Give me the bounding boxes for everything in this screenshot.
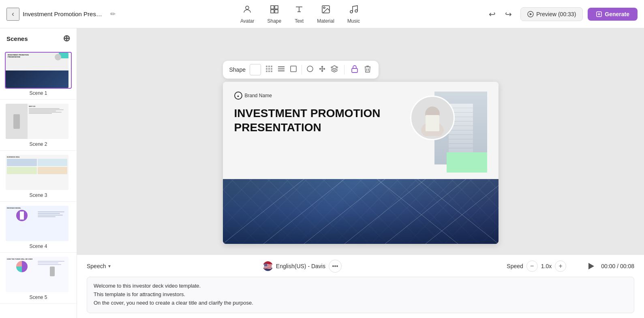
toolbar-music[interactable]: Music bbox=[347, 4, 360, 24]
canvas-area: Shape bbox=[77, 28, 644, 318]
scene-item-2[interactable]: WHY US Scene 2 bbox=[0, 100, 77, 151]
slide-top-section: Brand Name INVESTMENT PROMOTION PRESENTA… bbox=[223, 82, 499, 179]
bottom-panel: Speech ▾ 🇺🇸 English(US) - Davis ••• Spee… bbox=[77, 254, 644, 318]
svg-point-0 bbox=[246, 6, 249, 9]
svg-rect-13 bbox=[268, 66, 270, 67]
canvas-scroll[interactable]: Shape bbox=[77, 28, 644, 254]
toolbar-avatar[interactable]: Avatar bbox=[240, 4, 254, 24]
preview-button[interactable]: Preview (00:33) bbox=[520, 7, 583, 21]
generate-button[interactable]: Generate bbox=[588, 8, 638, 21]
svg-rect-14 bbox=[271, 66, 272, 67]
flag-icon: 🇺🇸 bbox=[263, 261, 273, 271]
pattern-icon[interactable] bbox=[265, 65, 273, 75]
svg-rect-16 bbox=[268, 68, 270, 70]
scene-item-3[interactable]: BUSINESS IDEA Scene 3 bbox=[0, 151, 77, 202]
scene-1-thumbnail: INVESTMENT PROMOTIONPRESENTATION bbox=[6, 53, 68, 88]
delete-icon[interactable] bbox=[363, 64, 372, 75]
speed-value: 1.0x bbox=[541, 263, 552, 269]
svg-line-33 bbox=[344, 179, 426, 244]
scene-2-left bbox=[6, 104, 28, 139]
move-icon[interactable] bbox=[318, 65, 326, 75]
brand-row: Brand Name bbox=[234, 92, 406, 100]
text-label: Text bbox=[295, 18, 304, 24]
music-label: Music bbox=[347, 18, 360, 24]
scene-4-thumbnail-wrapper: REVENUE MODEL bbox=[5, 205, 72, 242]
svg-rect-19 bbox=[268, 70, 270, 72]
shape-toolbar-container: Shape bbox=[223, 61, 499, 79]
scene-2-thumbnail-wrapper: WHY US bbox=[5, 103, 72, 140]
slide-green-rect bbox=[447, 152, 487, 173]
speech-text-line2: This template is for attracting investor… bbox=[94, 290, 627, 299]
svg-rect-12 bbox=[266, 66, 267, 67]
avatar-icon bbox=[242, 4, 252, 17]
canvas-content: Shape bbox=[223, 36, 499, 244]
speed-label: Speed bbox=[507, 263, 523, 269]
toolbar-text[interactable]: Text bbox=[294, 4, 304, 24]
speech-text-line1: Welcome to this investor deck video temp… bbox=[94, 282, 627, 290]
svg-rect-17 bbox=[271, 68, 272, 70]
speed-decrease-button[interactable]: − bbox=[526, 260, 538, 272]
speech-text-area[interactable]: Welcome to this investor deck video temp… bbox=[87, 277, 634, 313]
lines-icon[interactable] bbox=[277, 65, 285, 75]
shape-color-picker[interactable] bbox=[250, 64, 261, 75]
svg-rect-24 bbox=[291, 66, 296, 72]
redo-button[interactable]: ↪ bbox=[501, 7, 516, 21]
toolbar-center: Avatar Shape Text Mater bbox=[119, 4, 481, 24]
slide-person-circle bbox=[410, 96, 455, 140]
svg-line-35 bbox=[426, 179, 499, 244]
speed-control: Speed − 1.0x + bbox=[507, 260, 566, 272]
svg-line-30 bbox=[223, 179, 304, 244]
scene-item-5[interactable]: HOW THE FUNDS WILL BE USED bbox=[0, 253, 77, 304]
scene-item-4[interactable]: REVENUE MODEL bbox=[0, 202, 77, 253]
play-button[interactable] bbox=[586, 260, 597, 272]
shape-icon bbox=[270, 4, 279, 17]
scene-3-thumbnail: BUSINESS IDEA bbox=[6, 155, 68, 190]
svg-rect-4 bbox=[275, 10, 278, 13]
speech-dropdown[interactable]: Speech ▾ bbox=[87, 263, 111, 269]
undo-redo-group: ↩ ↪ bbox=[485, 7, 516, 21]
layers-icon[interactable] bbox=[330, 65, 338, 75]
svg-line-37 bbox=[377, 179, 458, 244]
scene-3-label: Scene 3 bbox=[5, 192, 72, 198]
slide-container[interactable]: Brand Name INVESTMENT PROMOTION PRESENTA… bbox=[223, 82, 499, 244]
svg-rect-15 bbox=[266, 68, 267, 70]
scene-4-thumbnail: REVENUE MODEL bbox=[6, 206, 68, 241]
toolbar-material[interactable]: Material bbox=[317, 4, 334, 24]
scene-2-thumbnail: WHY US bbox=[6, 104, 68, 139]
crop-icon[interactable] bbox=[289, 65, 297, 75]
brand-name-text: Brand Name bbox=[245, 93, 272, 98]
svg-line-32 bbox=[304, 179, 385, 244]
language-selector[interactable]: 🇺🇸 English(US) - Davis ••• bbox=[117, 260, 487, 273]
slide-wrapper: Brand Name INVESTMENT PROMOTION PRESENTA… bbox=[223, 82, 499, 244]
project-title: Investment Promotion Prese... bbox=[23, 11, 104, 17]
playback-control: 00:00 / 00:08 bbox=[586, 260, 634, 272]
svg-point-6 bbox=[323, 7, 325, 9]
svg-marker-10 bbox=[530, 13, 532, 15]
circle-crop-icon[interactable] bbox=[306, 65, 314, 75]
speed-increase-button[interactable]: + bbox=[555, 260, 566, 272]
speech-label: Speech bbox=[87, 263, 106, 269]
back-button[interactable]: ‹ bbox=[6, 8, 19, 21]
sidebar-header: Scenes ⊕ bbox=[0, 28, 77, 49]
slide-content-left: Brand Name INVESTMENT PROMOTION PRESENTA… bbox=[234, 92, 406, 134]
undo-button[interactable]: ↩ bbox=[485, 7, 499, 21]
slide-right-area bbox=[406, 92, 487, 173]
edit-title-icon[interactable]: ✏ bbox=[110, 10, 116, 18]
slide-main-title: INVESTMENT PROMOTION PRESENTATION bbox=[234, 106, 396, 134]
scene-1-person-circle bbox=[55, 54, 61, 60]
svg-point-25 bbox=[307, 66, 313, 72]
svg-point-8 bbox=[355, 10, 357, 12]
lock-icon[interactable] bbox=[350, 64, 359, 75]
slide-title-line2: PRESENTATION bbox=[234, 121, 321, 134]
svg-rect-1 bbox=[271, 6, 274, 9]
svg-rect-29 bbox=[426, 115, 439, 131]
time-display: 00:00 / 00:08 bbox=[601, 263, 634, 269]
toolbar-shape[interactable]: Shape bbox=[267, 4, 281, 24]
svg-rect-2 bbox=[275, 6, 278, 9]
add-scene-button[interactable]: ⊕ bbox=[63, 33, 70, 44]
language-more-button[interactable]: ••• bbox=[329, 260, 342, 273]
top-bar: ‹ Investment Promotion Prese... ✏ Avatar… bbox=[0, 0, 644, 28]
scene-item-1[interactable]: INVESTMENT PROMOTIONPRESENTATION Scene 1 bbox=[0, 49, 77, 100]
scene-1-label: Scene 1 bbox=[5, 90, 72, 96]
scene-5-thumbnail-wrapper: HOW THE FUNDS WILL BE USED bbox=[5, 256, 72, 293]
